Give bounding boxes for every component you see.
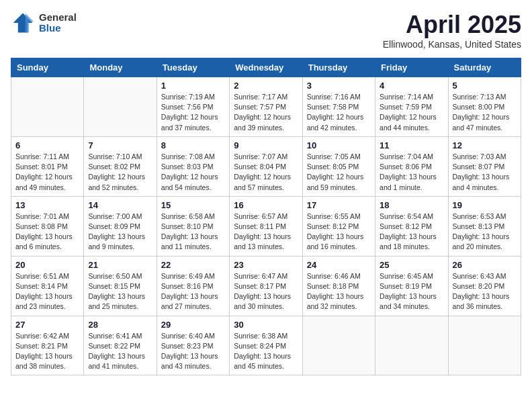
day-number: 30	[234, 320, 298, 330]
calendar-cell: 25Sunrise: 6:45 AM Sunset: 8:19 PM Dayli…	[375, 256, 448, 316]
calendar-cell: 15Sunrise: 6:58 AM Sunset: 8:10 PM Dayli…	[157, 196, 229, 256]
weekday-header-sunday: Sunday	[11, 58, 84, 77]
calendar-cell: 5Sunrise: 7:13 AM Sunset: 8:00 PM Daylig…	[448, 77, 521, 137]
day-number: 24	[307, 260, 371, 270]
day-info: Sunrise: 6:54 AM Sunset: 8:12 PM Dayligh…	[380, 212, 443, 253]
calendar-cell: 18Sunrise: 6:54 AM Sunset: 8:12 PM Dayli…	[375, 196, 448, 256]
day-number: 1	[161, 81, 225, 91]
calendar-cell: 28Sunrise: 6:41 AM Sunset: 8:22 PM Dayli…	[84, 316, 157, 375]
day-number: 12	[453, 140, 517, 150]
day-number: 19	[453, 200, 517, 210]
calendar-header: SundayMondayTuesdayWednesdayThursdayFrid…	[11, 58, 521, 77]
calendar-cell: 16Sunrise: 6:57 AM Sunset: 8:11 PM Dayli…	[230, 196, 302, 256]
day-info: Sunrise: 6:55 AM Sunset: 8:12 PM Dayligh…	[307, 212, 371, 253]
calendar-cell: 14Sunrise: 7:00 AM Sunset: 8:09 PM Dayli…	[84, 196, 157, 256]
calendar-cell: 24Sunrise: 6:46 AM Sunset: 8:18 PM Dayli…	[302, 256, 375, 316]
logo-text: General Blue	[39, 12, 77, 34]
weekday-header-thursday: Thursday	[302, 58, 375, 77]
title-block: April 2025 Ellinwood, Kansas, United Sta…	[383, 11, 521, 50]
logo-blue-text: Blue	[39, 23, 77, 34]
day-number: 11	[380, 140, 443, 150]
calendar-body: 1Sunrise: 7:19 AM Sunset: 7:56 PM Daylig…	[11, 77, 521, 375]
day-number: 4	[380, 81, 443, 91]
calendar-cell: 8Sunrise: 7:08 AM Sunset: 8:03 PM Daylig…	[157, 136, 229, 196]
day-number: 8	[161, 140, 225, 150]
day-number: 22	[161, 260, 225, 270]
calendar-cell: 26Sunrise: 6:43 AM Sunset: 8:20 PM Dayli…	[448, 256, 521, 316]
day-info: Sunrise: 6:47 AM Sunset: 8:17 PM Dayligh…	[234, 271, 298, 312]
day-info: Sunrise: 6:53 AM Sunset: 8:13 PM Dayligh…	[453, 212, 517, 253]
logo-general-text: General	[39, 12, 77, 24]
day-number: 28	[88, 320, 152, 330]
day-number: 29	[161, 320, 225, 330]
day-number: 16	[234, 200, 298, 210]
day-number: 20	[15, 260, 79, 270]
day-info: Sunrise: 7:19 AM Sunset: 7:56 PM Dayligh…	[161, 92, 225, 133]
calendar-cell: 10Sunrise: 7:05 AM Sunset: 8:05 PM Dayli…	[302, 136, 375, 196]
day-info: Sunrise: 7:11 AM Sunset: 8:01 PM Dayligh…	[15, 152, 79, 193]
calendar-cell: 27Sunrise: 6:42 AM Sunset: 8:21 PM Dayli…	[11, 316, 84, 375]
calendar-cell	[375, 316, 448, 375]
weekday-header-tuesday: Tuesday	[157, 58, 229, 77]
calendar-cell	[84, 77, 157, 137]
day-info: Sunrise: 6:49 AM Sunset: 8:16 PM Dayligh…	[161, 271, 225, 312]
day-info: Sunrise: 6:50 AM Sunset: 8:15 PM Dayligh…	[88, 271, 152, 312]
day-number: 18	[380, 200, 443, 210]
calendar-cell: 29Sunrise: 6:40 AM Sunset: 8:23 PM Dayli…	[157, 316, 229, 375]
day-info: Sunrise: 6:43 AM Sunset: 8:20 PM Dayligh…	[453, 271, 517, 312]
day-info: Sunrise: 7:01 AM Sunset: 8:08 PM Dayligh…	[15, 212, 79, 253]
calendar-table: SundayMondayTuesdayWednesdayThursdayFrid…	[11, 58, 521, 375]
location-text: Ellinwood, Kansas, United States	[383, 39, 521, 50]
day-info: Sunrise: 6:51 AM Sunset: 8:14 PM Dayligh…	[15, 271, 79, 312]
day-number: 5	[453, 81, 517, 91]
calendar-cell: 3Sunrise: 7:16 AM Sunset: 7:58 PM Daylig…	[302, 77, 375, 137]
calendar-week-4: 20Sunrise: 6:51 AM Sunset: 8:14 PM Dayli…	[11, 256, 521, 316]
day-info: Sunrise: 6:58 AM Sunset: 8:10 PM Dayligh…	[161, 212, 225, 253]
day-number: 21	[88, 260, 152, 270]
day-info: Sunrise: 6:42 AM Sunset: 8:21 PM Dayligh…	[15, 331, 79, 372]
day-info: Sunrise: 6:38 AM Sunset: 8:24 PM Dayligh…	[234, 331, 298, 372]
svg-marker-0	[13, 13, 33, 33]
calendar-cell: 11Sunrise: 7:04 AM Sunset: 8:06 PM Dayli…	[375, 136, 448, 196]
calendar-cell: 7Sunrise: 7:10 AM Sunset: 8:02 PM Daylig…	[84, 136, 157, 196]
day-info: Sunrise: 7:13 AM Sunset: 8:00 PM Dayligh…	[453, 92, 517, 133]
day-info: Sunrise: 7:10 AM Sunset: 8:02 PM Dayligh…	[88, 152, 152, 193]
day-info: Sunrise: 7:08 AM Sunset: 8:03 PM Dayligh…	[161, 152, 225, 193]
weekday-header-friday: Friday	[375, 58, 448, 77]
calendar-cell: 6Sunrise: 7:11 AM Sunset: 8:01 PM Daylig…	[11, 136, 84, 196]
calendar-week-2: 6Sunrise: 7:11 AM Sunset: 8:01 PM Daylig…	[11, 136, 521, 196]
weekday-header-monday: Monday	[84, 58, 157, 77]
calendar-cell: 17Sunrise: 6:55 AM Sunset: 8:12 PM Dayli…	[302, 196, 375, 256]
weekday-header-row: SundayMondayTuesdayWednesdayThursdayFrid…	[11, 58, 521, 77]
day-number: 14	[88, 200, 152, 210]
day-info: Sunrise: 7:17 AM Sunset: 7:57 PM Dayligh…	[234, 92, 298, 133]
calendar-cell: 21Sunrise: 6:50 AM Sunset: 8:15 PM Dayli…	[84, 256, 157, 316]
page-header: General Blue April 2025 Ellinwood, Kansa…	[11, 11, 521, 50]
calendar-cell: 9Sunrise: 7:07 AM Sunset: 8:04 PM Daylig…	[230, 136, 302, 196]
calendar-cell: 30Sunrise: 6:38 AM Sunset: 8:24 PM Dayli…	[230, 316, 302, 375]
calendar-cell	[11, 77, 84, 137]
day-number: 27	[15, 320, 79, 330]
calendar-cell: 12Sunrise: 7:03 AM Sunset: 8:07 PM Dayli…	[448, 136, 521, 196]
day-number: 10	[307, 140, 371, 150]
logo-icon	[11, 11, 35, 35]
calendar-cell: 2Sunrise: 7:17 AM Sunset: 7:57 PM Daylig…	[230, 77, 302, 137]
month-title: April 2025	[383, 11, 521, 39]
calendar-cell: 1Sunrise: 7:19 AM Sunset: 7:56 PM Daylig…	[157, 77, 229, 137]
calendar-cell	[302, 316, 375, 375]
day-info: Sunrise: 7:00 AM Sunset: 8:09 PM Dayligh…	[88, 212, 152, 253]
weekday-header-saturday: Saturday	[448, 58, 521, 77]
day-number: 2	[234, 81, 298, 91]
calendar-week-3: 13Sunrise: 7:01 AM Sunset: 8:08 PM Dayli…	[11, 196, 521, 256]
day-info: Sunrise: 7:14 AM Sunset: 7:59 PM Dayligh…	[380, 92, 443, 133]
day-number: 6	[15, 140, 79, 150]
day-info: Sunrise: 6:40 AM Sunset: 8:23 PM Dayligh…	[161, 331, 225, 372]
day-info: Sunrise: 6:57 AM Sunset: 8:11 PM Dayligh…	[234, 212, 298, 253]
day-number: 13	[15, 200, 79, 210]
day-info: Sunrise: 7:04 AM Sunset: 8:06 PM Dayligh…	[380, 152, 443, 193]
day-info: Sunrise: 7:03 AM Sunset: 8:07 PM Dayligh…	[453, 152, 517, 193]
calendar-cell: 23Sunrise: 6:47 AM Sunset: 8:17 PM Dayli…	[230, 256, 302, 316]
logo: General Blue	[11, 11, 77, 35]
calendar-cell: 13Sunrise: 7:01 AM Sunset: 8:08 PM Dayli…	[11, 196, 84, 256]
calendar-cell: 4Sunrise: 7:14 AM Sunset: 7:59 PM Daylig…	[375, 77, 448, 137]
